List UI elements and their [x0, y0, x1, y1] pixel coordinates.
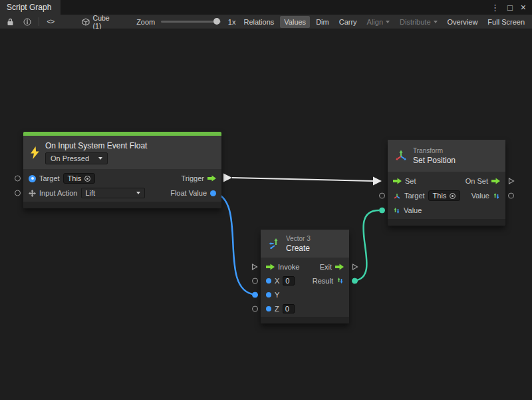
flow-arrow-icon — [491, 178, 500, 184]
connection-trigger-to-set — [232, 178, 374, 181]
input-action-port[interactable] — [15, 190, 21, 196]
event-node-body: Target This Trigger Inp — [23, 169, 221, 202]
x-row: X Result — [261, 274, 349, 288]
transform-value-row: Value — [388, 203, 505, 218]
on-set-output-port[interactable] — [508, 178, 515, 185]
flow-arrow-icon — [207, 175, 216, 182]
vector3-node-body: Invoke Exit X Result — [261, 258, 349, 317]
node-on-input-system-event-float[interactable]: On Input System Event Float On Pressed T… — [23, 132, 221, 208]
target-input-port[interactable] — [15, 176, 21, 182]
toolbar-separator — [39, 17, 39, 26]
on-set-label: On Set — [466, 177, 488, 185]
transform-target-row: Target This Value — [388, 188, 505, 203]
tab-bar: Script Graph ⋮ □ × — [0, 0, 532, 15]
transform-node-body: Set On Set — [388, 172, 505, 219]
y-input-port[interactable] — [252, 292, 258, 298]
invoke-input-port[interactable] — [251, 263, 258, 270]
value-output-port[interactable] — [508, 193, 514, 199]
caret-down-icon — [98, 157, 102, 160]
x-type-dot — [266, 278, 271, 284]
window-controls: ⋮ □ × — [491, 0, 532, 15]
vector-type-icon — [493, 192, 500, 200]
flow-arrow-icon — [393, 178, 402, 184]
info-icon[interactable] — [20, 16, 35, 28]
exit-output-port[interactable] — [352, 263, 358, 270]
values-button[interactable]: Values — [280, 16, 310, 28]
set-row: Set On Set — [388, 174, 505, 188]
event-mode-dropdown[interactable]: On Pressed — [45, 152, 108, 164]
x-input-port[interactable] — [252, 278, 258, 284]
vector-type-icon — [393, 207, 400, 214]
caret-down-icon — [136, 192, 140, 194]
overview-button[interactable]: Overview — [444, 16, 482, 28]
transform-node-header: Transform Set Position — [388, 140, 505, 172]
x-label: X — [275, 277, 279, 285]
align-button[interactable]: Align — [363, 16, 394, 28]
z-type-dot — [266, 306, 271, 311]
fullscreen-button[interactable]: Full Screen — [483, 16, 529, 28]
graph-target-selector[interactable]: Cube (1) — [78, 14, 124, 30]
result-output-port[interactable] — [352, 278, 358, 284]
close-icon[interactable]: × — [521, 3, 526, 12]
vector3-node-type: Vector 3 — [286, 235, 311, 242]
trigger-label: Trigger — [182, 174, 204, 182]
target-object-field[interactable]: This — [63, 173, 96, 184]
value-output-label: Value — [471, 192, 489, 200]
node-footer — [23, 202, 221, 208]
transform-target-port[interactable] — [379, 193, 385, 199]
lock-icon[interactable] — [3, 16, 18, 28]
transform-node-title: Set Position — [413, 156, 456, 165]
code-view-icon[interactable]: <> — [43, 16, 58, 28]
script-graph-window: Script Graph ⋮ □ × <> Cube (1) Zoom 1x — [0, 0, 532, 400]
node-footer — [261, 317, 349, 323]
float-value-port[interactable] — [210, 190, 216, 196]
float-value-label: Float Value — [170, 189, 207, 197]
event-node-header: On Input System Event Float On Pressed — [23, 136, 221, 169]
graph-target-label: Cube (1) — [93, 14, 120, 30]
y-row: Y — [261, 288, 349, 301]
target-object-value: This — [68, 174, 82, 182]
invoke-label: Invoke — [278, 263, 299, 271]
graph-toolbar: <> Cube (1) Zoom 1x Relations Values Dim… — [0, 15, 532, 29]
transform-target-value: This — [433, 192, 447, 200]
transform-target-field[interactable]: This — [428, 190, 461, 201]
target-row: Target This Trigger — [23, 171, 221, 186]
z-input-port[interactable] — [252, 305, 258, 311]
tab-script-graph[interactable]: Script Graph — [0, 0, 61, 15]
object-picker-icon — [450, 193, 456, 199]
cube-icon — [82, 18, 90, 26]
input-action-row: Input Action Lift Float Value — [23, 186, 221, 200]
x-value-field[interactable] — [283, 276, 295, 286]
graph-canvas[interactable]: On Input System Event Float On Pressed T… — [0, 29, 532, 400]
z-label: Z — [275, 305, 279, 313]
dim-button[interactable]: Dim — [312, 16, 333, 28]
node-footer — [388, 219, 505, 226]
flow-arrow-icon — [335, 264, 344, 270]
dpad-icon — [29, 190, 36, 197]
zoom-label: Zoom — [136, 18, 155, 26]
kebab-menu-icon[interactable]: ⋮ — [491, 3, 499, 12]
maximize-icon[interactable]: □ — [507, 3, 513, 12]
tab-title: Script Graph — [7, 3, 51, 12]
zoom-slider[interactable] — [161, 21, 221, 23]
event-mode-value: On Pressed — [51, 154, 89, 162]
distribute-button[interactable]: Distribute — [396, 16, 441, 28]
caret-down-icon — [386, 21, 390, 23]
zoom-slider-knob[interactable] — [213, 18, 220, 25]
event-node-title: On Input System Event Float — [45, 141, 147, 150]
connection-arrowhead — [373, 177, 382, 186]
flow-arrow-icon — [266, 264, 275, 270]
caret-down-icon — [434, 21, 438, 23]
invoke-row: Invoke Exit — [261, 260, 349, 274]
value-input-port[interactable] — [379, 208, 385, 214]
carry-button[interactable]: Carry — [335, 16, 361, 28]
z-value-field[interactable] — [283, 304, 295, 313]
vector3-node-title: Create — [286, 244, 311, 253]
node-transform-set-position[interactable]: Transform Set Position Set On Set — [388, 140, 505, 226]
transform-node-type: Transform — [413, 147, 456, 154]
node-vector3-create[interactable]: Vector 3 Create Invoke Exit — [261, 230, 349, 323]
y-type-dot — [266, 292, 271, 298]
relations-button[interactable]: Relations — [239, 16, 278, 28]
input-system-icon — [29, 175, 36, 182]
input-action-dropdown[interactable]: Lift — [81, 188, 145, 198]
